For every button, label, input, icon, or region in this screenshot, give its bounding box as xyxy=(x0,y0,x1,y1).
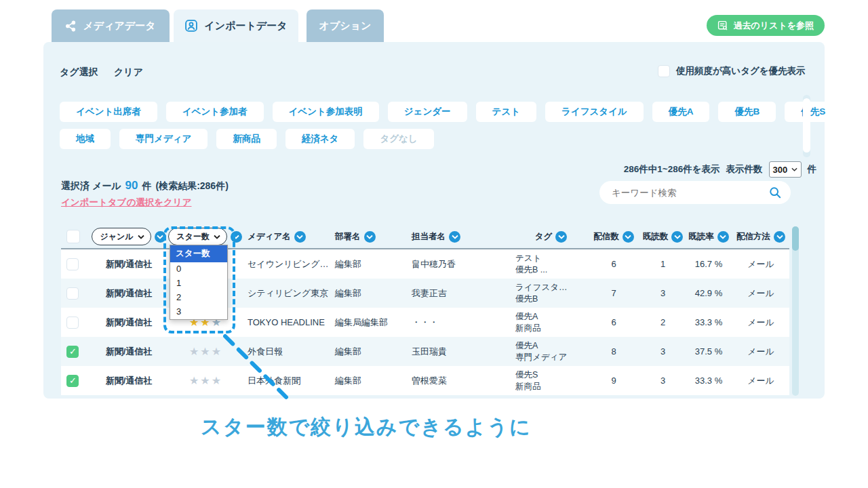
table-scrollbar-thumb[interactable] xyxy=(792,226,799,251)
selection-result-text: (検索結果:286件) xyxy=(155,180,228,192)
tag-pill[interactable]: 優先S xyxy=(785,102,842,122)
cell-method: メール xyxy=(732,317,789,329)
tag-pill[interactable]: イベント出席者 xyxy=(60,102,157,122)
tag-pill[interactable]: 優先B xyxy=(718,102,776,122)
tag-pill[interactable]: イベント参加者 xyxy=(166,102,264,122)
dropdown-option[interactable]: 2 xyxy=(170,291,227,305)
tags-row-2: 地域 専門メディア 新商品 経済ネタ タグなし xyxy=(60,129,434,149)
tag-line-2: 新商品 xyxy=(515,381,587,392)
cell-sent: 6 xyxy=(587,259,641,269)
tag-pill[interactable]: 地域 xyxy=(60,129,111,149)
read-sort-icon[interactable] xyxy=(671,231,683,243)
per-page-value: 300 xyxy=(773,165,788,175)
tag-line-1: 優先S xyxy=(515,369,587,381)
star-icon: ★ xyxy=(212,346,221,357)
cell-rate: 33.3 % xyxy=(685,375,732,386)
tag-pill[interactable]: イベント参加表明 xyxy=(273,102,379,122)
tag-clear-button[interactable]: クリア xyxy=(114,66,143,79)
tag-pill[interactable]: ライフスタイル xyxy=(545,102,644,122)
tab-import-data[interactable]: インポートデータ xyxy=(174,9,298,42)
dropdown-option[interactable]: 3 xyxy=(170,305,227,319)
cell-genre: 新聞/通信社 xyxy=(88,375,170,387)
tag-pill[interactable]: 専門メディア xyxy=(119,129,208,149)
tag-pill[interactable]: 優先A xyxy=(652,102,710,122)
header-method: 配信方法 xyxy=(736,231,770,243)
tags-scrollbar-thumb[interactable] xyxy=(803,98,810,152)
cell-genre: 新聞/通信社 xyxy=(88,258,170,270)
selection-count: 90 xyxy=(125,179,138,192)
selection-prefix: 選択済 メール xyxy=(61,180,121,192)
select-all-checkbox[interactable] xyxy=(66,230,80,243)
tag-pill[interactable]: 経済ネタ xyxy=(285,129,355,149)
tag-line-1: 優先A xyxy=(515,340,587,352)
tag-pill[interactable]: ジェンダー xyxy=(388,102,467,122)
tab-label: オプション xyxy=(319,20,372,33)
list-document-icon xyxy=(717,20,728,31)
cell-rate: 33.3 % xyxy=(685,317,732,327)
tag-pill[interactable]: テスト xyxy=(476,102,536,122)
header-read: 既読数 xyxy=(643,231,669,243)
cell-person: 畠中穂乃香 xyxy=(410,258,515,270)
per-page-label: 表示件数 xyxy=(726,163,763,176)
tag-pill-disabled: タグなし xyxy=(363,129,433,149)
row-checkbox[interactable] xyxy=(66,375,79,387)
row-checkbox[interactable] xyxy=(66,258,79,270)
table-row[interactable]: 新聞/通信社 ★★★ 日本外食新聞 編集部 曽根愛菜 優先S新商品 9 3 33… xyxy=(61,366,789,395)
cell-tags: 優先S新商品 xyxy=(515,369,587,392)
cell-media: セイウンリビング… xyxy=(241,258,334,270)
dept-sort-icon[interactable] xyxy=(364,231,376,243)
cell-sent: 9 xyxy=(587,375,641,386)
cell-stars: ★★★ xyxy=(170,375,241,386)
media-sort-icon[interactable] xyxy=(294,231,306,243)
chevron-down-icon xyxy=(138,235,144,239)
keyword-search-box[interactable] xyxy=(599,181,791,204)
genre-filter-select[interactable]: ジャンル xyxy=(92,228,151,245)
cell-media: シティリビング東京 xyxy=(241,287,334,300)
header-sent: 配信数 xyxy=(593,231,619,243)
past-list-button[interactable]: 過去のリストを参照 xyxy=(707,15,825,36)
chevron-down-icon xyxy=(791,167,797,171)
method-sort-icon[interactable] xyxy=(774,231,785,243)
tag-line-2: 新商品 xyxy=(515,323,587,334)
share-icon xyxy=(65,20,77,32)
star-count-dropdown: スター数 0 1 2 3 xyxy=(170,245,228,320)
genre-sort-icon[interactable] xyxy=(155,231,166,243)
row-checkbox[interactable] xyxy=(66,346,79,358)
cell-method: メール xyxy=(732,287,789,300)
clear-import-selection-link[interactable]: インポートタブの選択をクリア xyxy=(61,197,191,209)
priority-tags-checkbox[interactable] xyxy=(658,65,670,77)
table-row[interactable]: 新聞/通信社 ★★★ 外食日報 編集部 玉田瑞貴 優先A専門メディア 8 3 3… xyxy=(61,337,789,366)
keyword-search-input[interactable] xyxy=(612,188,769,198)
row-checkbox[interactable] xyxy=(66,317,79,329)
header-media: メディア名 xyxy=(248,231,291,243)
dropdown-option[interactable]: 1 xyxy=(170,277,227,291)
search-icon xyxy=(769,186,781,199)
tab-options[interactable]: オプション xyxy=(307,9,384,42)
cell-genre: 新聞/通信社 xyxy=(88,346,170,358)
cell-read: 3 xyxy=(641,288,685,298)
header-dept: 部署名 xyxy=(335,231,361,243)
app-window: メディアデータ インポートデータ オプション 過去のリストを参照 タグ選択 クリ… xyxy=(0,0,868,488)
cell-tags: 優先A専門メディア xyxy=(515,340,587,363)
cell-dept: 編集部 xyxy=(334,258,410,270)
star-filter-select[interactable]: スター数 xyxy=(168,228,227,245)
person-sort-icon[interactable] xyxy=(449,231,460,243)
dropdown-option[interactable]: 0 xyxy=(170,262,227,277)
rate-sort-icon[interactable] xyxy=(717,231,729,243)
cell-tags: ライフスタ…優先B xyxy=(515,282,587,305)
cell-rate: 42.9 % xyxy=(685,288,732,298)
per-page-select[interactable]: 300 xyxy=(769,161,802,178)
tab-label: メディアデータ xyxy=(83,20,155,33)
sent-sort-icon[interactable] xyxy=(623,231,634,243)
cell-dept: 編集局編集部 xyxy=(334,317,410,329)
cell-media: TOKYO HEADLINE xyxy=(241,317,334,327)
tag-sort-icon[interactable] xyxy=(555,231,567,243)
row-checkbox[interactable] xyxy=(66,287,79,300)
tag-line-1: 優先A xyxy=(515,311,587,323)
priority-tags-toggle: 使用頻度が高いタグを優先表示 xyxy=(658,65,806,77)
dropdown-selected-option[interactable]: スター数 xyxy=(170,245,227,262)
genre-filter-label: ジャンル xyxy=(100,231,133,243)
tab-media-data[interactable]: メディアデータ xyxy=(52,9,170,42)
tag-pill[interactable]: 新商品 xyxy=(216,129,277,149)
cell-dept: 編集部 xyxy=(334,346,410,358)
